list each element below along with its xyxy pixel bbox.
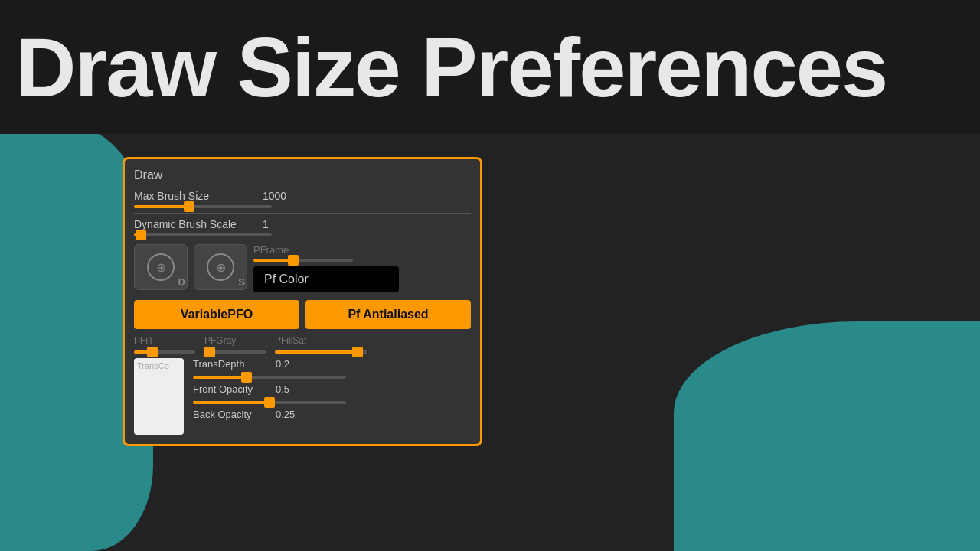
pfgray-slider[interactable]	[204, 350, 266, 354]
dynamic-brush-scale-value: 1	[263, 218, 269, 230]
front-opacity-label: Front Opacity	[193, 383, 270, 395]
trans-sliders: TransDepth 0.2 Front Opacity 0.5 Back Op…	[193, 358, 471, 420]
max-brush-size-thumb[interactable]	[184, 201, 194, 212]
pfill-item: PFill	[134, 335, 195, 354]
pf-color-label: Pf Color	[264, 272, 309, 285]
max-brush-size-label: Max Brush Size	[134, 190, 256, 202]
pf-antialiased-button[interactable]: Pf Antialiased	[305, 300, 471, 329]
pframe-slider[interactable]	[253, 259, 353, 262]
dynamic-brush-scale-thumb[interactable]	[136, 230, 146, 240]
pf-color-box[interactable]: Pf Color	[253, 266, 399, 292]
back-opacity-row: Back Opacity 0.25	[193, 409, 471, 420]
pfill-slider[interactable]	[134, 350, 195, 354]
front-opacity-slider[interactable]	[193, 401, 346, 404]
transdepth-row: TransDepth 0.2	[193, 358, 471, 370]
page-title: Draw Size Preferences	[15, 25, 887, 109]
transdepth-slider[interactable]	[193, 376, 346, 379]
button-row: VariablePFO Pf Antialiased	[134, 300, 471, 329]
icon-btn-s[interactable]: ⊕ S	[194, 244, 247, 290]
transco-label: TransCo	[137, 361, 169, 370]
transdepth-label: TransDepth	[193, 358, 270, 370]
draw-preferences-panel: Draw Max Brush Size 1000 Dynamic Brush S…	[122, 157, 482, 446]
title-bar: Draw Size Preferences	[0, 0, 980, 134]
front-opacity-row: Front Opacity 0.5	[193, 383, 471, 395]
icon-btn-d[interactable]: ⊕ D	[134, 244, 188, 290]
front-opacity-value: 0.5	[276, 383, 289, 395]
icon-circle-s: ⊕	[207, 253, 234, 281]
icon-circle-d: ⊕	[147, 253, 175, 281]
pfill-row: PFill PFGray PFillSat	[134, 335, 471, 354]
section-title: Draw	[134, 168, 471, 182]
back-opacity-label: Back Opacity	[193, 409, 270, 420]
teal-decoration-right	[674, 321, 980, 551]
dynamic-brush-scale-row: Dynamic Brush Scale 1	[134, 218, 471, 230]
pfillsat-item: PFillSat	[275, 335, 367, 354]
divider-1	[134, 213, 471, 214]
pframe-label: PFrame	[253, 244, 471, 256]
max-brush-size-row: Max Brush Size 1000	[134, 190, 471, 202]
icon-letter-s: S	[238, 276, 245, 288]
max-brush-size-slider[interactable]	[134, 205, 272, 208]
pfillsat-slider[interactable]	[275, 350, 367, 354]
trans-color-box: TransCo	[134, 358, 184, 435]
max-brush-size-fill	[134, 205, 189, 208]
pfillsat-label: PFillSat	[275, 335, 367, 346]
pfill-label: PFill	[134, 335, 195, 346]
dynamic-brush-scale-label: Dynamic Brush Scale	[134, 218, 256, 230]
variable-pfo-button[interactable]: VariablePFO	[134, 300, 299, 329]
icon-letter-d: D	[178, 276, 185, 288]
dynamic-brush-scale-slider[interactable]	[134, 233, 272, 236]
trans-row: TransCo TransDepth 0.2 Front Opacity 0.5	[134, 358, 471, 435]
back-opacity-value: 0.25	[276, 409, 295, 420]
pframe-area: PFrame Pf Color	[253, 244, 471, 292]
pfgray-item: PFGray	[204, 335, 266, 354]
pfgray-label: PFGray	[204, 335, 266, 346]
icon-and-pframe-row: ⊕ D ⊕ S PFrame Pf Color	[134, 244, 471, 292]
transdepth-value: 0.2	[276, 358, 289, 370]
max-brush-size-value: 1000	[263, 190, 286, 202]
